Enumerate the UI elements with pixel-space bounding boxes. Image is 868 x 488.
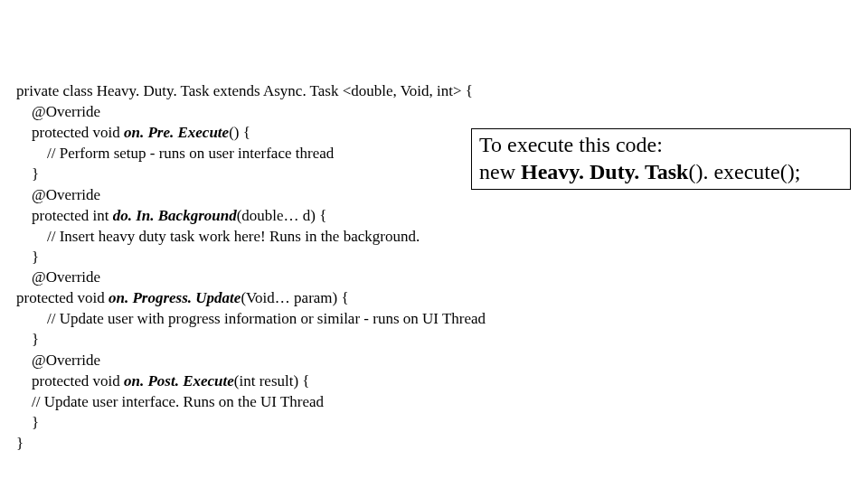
code-line: @Override [16,185,486,206]
callout-line2: new Heavy. Duty. Task(). execute(); [479,158,843,185]
code-line: // Perform setup - runs on user interfac… [16,144,486,164]
callout-line1: To execute this code: [479,131,843,158]
code-line: protected void on. Post. Execute(int res… [16,371,486,392]
code-line: } [16,330,486,351]
code-line: // Insert heavy duty task work here! Run… [16,227,486,248]
code-line: @Override [16,267,486,288]
code-line: private class Heavy. Duty. Task extends … [16,81,486,102]
code-line: // Update user interface. Runs on the UI… [16,392,486,413]
code-line: } [16,164,486,185]
code-line: @Override [16,102,486,123]
code-line: } [16,413,486,434]
code-line: } [16,248,486,268]
code-line: @Override [16,351,486,371]
code-line: protected void on. Pre. Execute() { [16,123,486,144]
code-block: private class Heavy. Duty. Task extends … [16,81,486,455]
code-line: protected int do. In. Background(double…… [16,206,486,227]
callout-box: To execute this code: new Heavy. Duty. T… [471,128,851,190]
code-line: } [16,434,486,455]
code-line: // Update user with progress information… [16,309,486,330]
code-line: protected void on. Progress. Update(Void… [16,288,486,309]
